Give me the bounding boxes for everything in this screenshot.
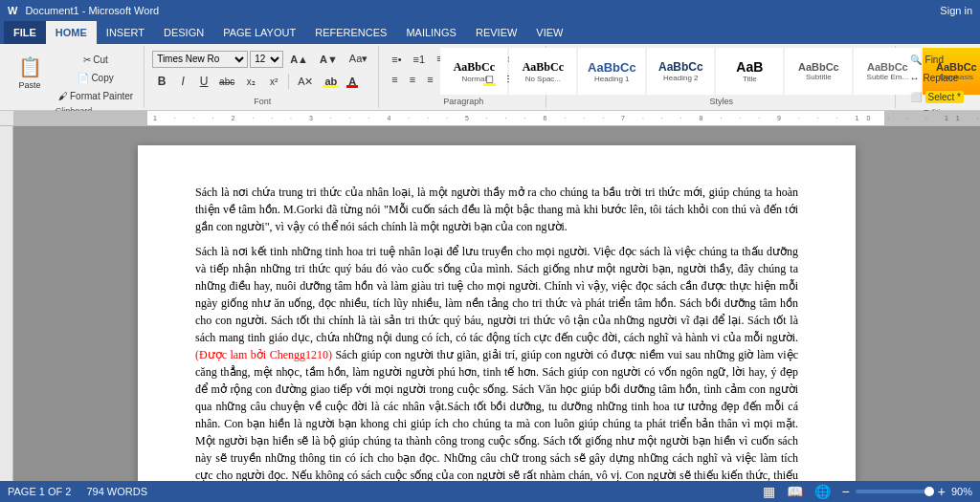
page-container[interactable]: Sách là nơi chứa trung tri thức của nhân…	[13, 126, 980, 481]
tab-mailings[interactable]: MAILINGS	[396, 21, 466, 44]
find-icon: 🔍	[910, 55, 922, 65]
bold-button[interactable]: B	[152, 72, 171, 91]
page-indicator: PAGE 1 OF 2	[8, 486, 71, 497]
highlight-button[interactable]: ab	[320, 73, 342, 90]
zoom-bar: − + 90%	[840, 484, 972, 499]
font-label: Font	[254, 97, 271, 106]
replace-label: Replace	[924, 73, 959, 83]
cut-button[interactable]: ✂Cut	[54, 52, 138, 68]
sign-in-button[interactable]: Sign in	[940, 5, 972, 16]
replace-button[interactable]: ↔ Replace	[903, 70, 966, 86]
select-icon: ⬜	[910, 92, 922, 102]
bullet-list-button[interactable]: ≡•	[387, 51, 406, 68]
styles-label: Styles	[710, 97, 734, 106]
superscript-button[interactable]: x²	[263, 74, 284, 90]
paragraph-2: Sách là nơi kết tinh những tinh hoa tri …	[195, 243, 798, 481]
tab-view[interactable]: VIEW	[526, 21, 572, 44]
page[interactable]: Sách là nơi chứa trung tri thức của nhân…	[138, 145, 856, 481]
document-title: Document1 - Microsoft Word	[25, 5, 159, 16]
ribbon: 📋 Paste ✂Cut 📄Copy 🖌Format Painter Clipb…	[0, 44, 980, 111]
replace-icon: ↔	[910, 73, 920, 83]
font-color-button[interactable]: A	[344, 73, 361, 90]
file-tab-label: W	[8, 5, 17, 16]
paragraph-label: Paragraph	[443, 97, 483, 106]
font-name-select[interactable]: Times New Ro	[152, 51, 248, 68]
web-layout-button[interactable]: 🌐	[813, 484, 833, 499]
red-text-span: (Được lam bởi Chengg1210)	[195, 348, 332, 361]
tab-review[interactable]: REVIEW	[466, 21, 526, 44]
style-no-spacing[interactable]: AaBbCc No Spac...	[509, 48, 576, 95]
tab-design[interactable]: DESIGN	[154, 21, 213, 44]
style-title[interactable]: AaB Title	[716, 48, 783, 95]
clipboard-group: 📋 Paste ✂Cut 📄Copy 🖌Format Painter Clipb…	[4, 46, 145, 108]
paragraph-1: Sách là nơi chứa trung tri thức của nhân…	[195, 184, 798, 235]
paste-button[interactable]: 📋 Paste	[10, 48, 50, 98]
styles-group: AaBbCc Normal AaBbCc No Spac... AaBbCc H…	[548, 46, 895, 108]
zoom-in-button[interactable]: +	[936, 484, 947, 499]
increase-font-button[interactable]: A▲	[285, 51, 313, 68]
italic-button[interactable]: I	[173, 72, 192, 91]
status-bar: PAGE 1 OF 2 794 WORDS ▦ 📖 🌐 − + 90%	[0, 481, 980, 502]
select-button[interactable]: ⬜ Select *	[903, 88, 970, 106]
decrease-font-button[interactable]: A▼	[315, 51, 343, 68]
read-mode-button[interactable]: 📖	[785, 484, 805, 499]
change-case-button[interactable]: Aa▾	[345, 50, 372, 68]
find-button[interactable]: 🔍 Find	[903, 52, 950, 68]
document-area: Sách là nơi chứa trung tri thức của nhân…	[0, 126, 980, 481]
style-subtitle[interactable]: AaBbCc Subtitle	[785, 48, 852, 95]
tab-references[interactable]: REFERENCES	[305, 21, 396, 44]
numbered-list-button[interactable]: ≡1	[409, 51, 431, 68]
editing-group: 🔍 Find ↔ Replace ⬜ Select * Editing	[898, 46, 976, 108]
left-ruler	[0, 126, 13, 481]
print-layout-button[interactable]: ▦	[761, 484, 777, 499]
copy-button[interactable]: 📄Copy	[54, 70, 138, 86]
tab-home[interactable]: HOME	[46, 21, 97, 44]
find-label: Find	[925, 55, 944, 65]
word-count: 794 WORDS	[86, 486, 147, 497]
underline-button[interactable]: U	[194, 72, 213, 91]
align-left-button[interactable]: ≡	[387, 71, 402, 88]
ribbon-tabs: FILE HOME INSERT DESIGN PAGE LAYOUT REFE…	[0, 21, 980, 44]
font-group: Times New Ro 12 10 11 14 16 A▲ A▼ Aa▾ B …	[146, 46, 379, 108]
align-right-button[interactable]: ≡	[422, 71, 437, 88]
paste-label: Paste	[18, 80, 40, 90]
zoom-track[interactable]	[856, 490, 932, 493]
format-painter-button[interactable]: 🖌Format Painter	[54, 88, 138, 104]
font-size-select[interactable]: 12 10 11 14 16	[250, 51, 283, 68]
title-bar: W Document1 - Microsoft Word Sign in	[0, 0, 980, 21]
strikethrough-button[interactable]: abc	[215, 74, 238, 90]
zoom-level: 90%	[951, 486, 972, 497]
shading-button[interactable]: ◻	[480, 70, 499, 88]
select-label: Select *	[925, 91, 964, 103]
ruler: 1 · · · 2 · · · 3 · · · 4 · · · 5 · · · …	[0, 111, 980, 126]
tab-file[interactable]: FILE	[4, 21, 46, 44]
subscript-button[interactable]: x₂	[240, 74, 261, 90]
tab-insert[interactable]: INSERT	[97, 21, 154, 44]
zoom-out-button[interactable]: −	[840, 484, 852, 499]
style-heading1[interactable]: AaBbCc Heading 1	[578, 48, 645, 95]
align-center-button[interactable]: ≡	[405, 71, 420, 88]
clear-formatting-button[interactable]: A✕	[293, 73, 318, 91]
style-heading2[interactable]: AaBbCc Heading 2	[647, 48, 714, 95]
tab-page-layout[interactable]: PAGE LAYOUT	[213, 21, 305, 44]
